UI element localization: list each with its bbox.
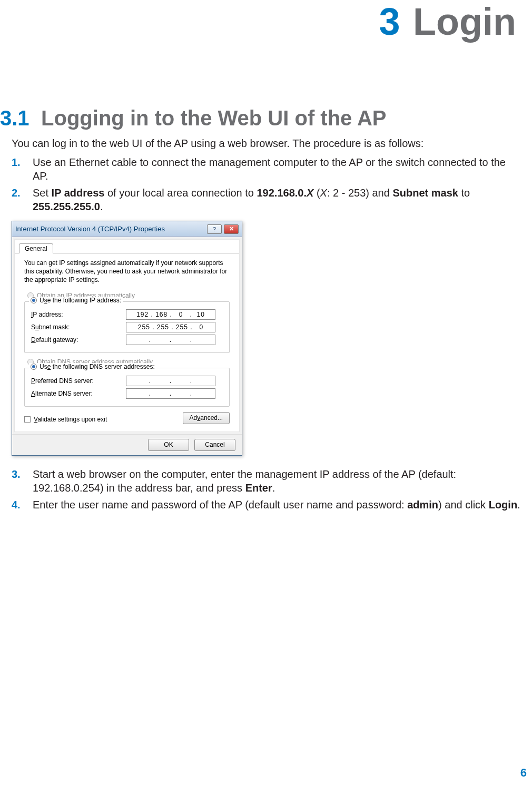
radio-label: Use the following IP address: xyxy=(40,297,121,304)
radio-use-following-dns[interactable]: Use the following DNS server addresses: xyxy=(29,363,156,370)
chapter-number: 3 xyxy=(379,1,400,43)
manual-ip-group: Use the following IP address: IP address… xyxy=(24,301,230,353)
dialog-title: Internet Protocol Version 4 (TCP/IPv4) P… xyxy=(15,225,165,233)
cancel-button[interactable]: Cancel xyxy=(194,439,235,451)
section-title: Logging in to the Web UI of the AP xyxy=(41,106,386,130)
dialog-description: You can get IP settings assigned automat… xyxy=(24,259,230,284)
radio-icon xyxy=(31,297,37,303)
step-1: 1. Use an Ethernet cable to connect the … xyxy=(12,155,521,183)
step-number: 2. xyxy=(12,186,33,213)
field-alternate-dns: Alternate DNS server: xyxy=(31,388,223,399)
procedure-list-continued: 3. Start a web browser on the computer, … xyxy=(12,467,521,512)
radio-use-following-ip[interactable]: Use the following IP address: xyxy=(29,297,123,304)
subnet-mask-input[interactable] xyxy=(126,322,215,332)
step-text: Start a web browser on the computer, ent… xyxy=(33,467,521,495)
step-2: 2. Set IP address of your local area con… xyxy=(12,186,521,213)
field-label: Preferred DNS server: xyxy=(31,377,126,385)
checkbox-label: Validate settings upon exit xyxy=(34,416,107,423)
chapter-header: 3 Login xyxy=(0,0,521,43)
tab-general[interactable]: General xyxy=(19,243,53,253)
section-intro: You can log in to the web UI of the AP u… xyxy=(12,136,521,150)
dialog-panel: You can get IP settings assigned automat… xyxy=(15,253,239,431)
advanced-row: Validate settings upon exit Advanced... xyxy=(24,412,230,424)
step-text: Use an Ethernet cable to connect the man… xyxy=(33,155,521,183)
section-header: 3.1 Logging in to the Web UI of the AP xyxy=(0,106,521,130)
step-text: Set IP address of your local area connec… xyxy=(33,186,521,213)
dialog-body: General You can get IP settings assigned… xyxy=(14,239,240,432)
step-text: Enter the user name and password of the … xyxy=(33,498,521,512)
step-number: 1. xyxy=(12,155,33,183)
dialog-footer: OK Cancel xyxy=(12,434,242,455)
step-number: 4. xyxy=(12,498,33,512)
dialog-tabs: General xyxy=(15,240,239,253)
step-number: 3. xyxy=(12,467,33,495)
field-label: Default gateway: xyxy=(31,336,126,344)
preferred-dns-input[interactable] xyxy=(126,376,215,386)
procedure-list: 1. Use an Ethernet cable to connect the … xyxy=(12,155,521,213)
radio-label: Use the following DNS server addresses: xyxy=(40,363,155,370)
validate-checkbox-row[interactable]: Validate settings upon exit xyxy=(24,416,107,423)
field-ip-address: IP address: xyxy=(31,309,223,320)
ipv4-properties-dialog: Internet Protocol Version 4 (TCP/IPv4) P… xyxy=(12,221,242,456)
field-default-gateway: Default gateway: xyxy=(31,335,223,345)
manual-dns-group: Use the following DNS server addresses: … xyxy=(24,368,230,407)
field-subnet-mask: Subnet mask: xyxy=(31,322,223,332)
ip-address-input[interactable] xyxy=(126,309,215,320)
advanced-button[interactable]: Advanced... xyxy=(183,412,230,424)
field-label: IP address: xyxy=(31,311,126,318)
ok-button[interactable]: OK xyxy=(148,439,189,451)
section-number: 3.1 xyxy=(0,106,29,130)
checkbox-icon xyxy=(24,416,31,423)
page-number: 6 xyxy=(520,766,527,780)
default-gateway-input[interactable] xyxy=(126,335,215,345)
field-label: Alternate DNS server: xyxy=(31,390,126,397)
chapter-title: Login xyxy=(413,1,516,43)
step-4: 4. Enter the user name and password of t… xyxy=(12,498,521,512)
dialog-titlebar: Internet Protocol Version 4 (TCP/IPv4) P… xyxy=(12,221,242,237)
field-label: Subnet mask: xyxy=(31,323,126,331)
alternate-dns-input[interactable] xyxy=(126,388,215,399)
close-icon[interactable]: ✕ xyxy=(224,224,239,234)
titlebar-buttons: ? ✕ xyxy=(207,224,239,234)
field-preferred-dns: Preferred DNS server: xyxy=(31,376,223,386)
step-3: 3. Start a web browser on the computer, … xyxy=(12,467,521,495)
help-icon[interactable]: ? xyxy=(207,224,222,234)
radio-icon xyxy=(31,364,37,370)
